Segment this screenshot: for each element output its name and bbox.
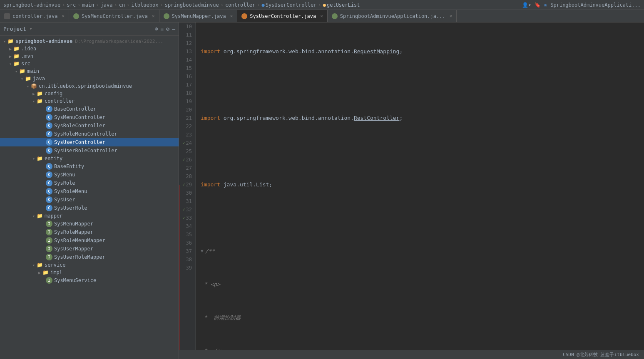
sidebar-tree: ▾ 📁 springboot-adminvue D:\ProgramWorksp… <box>0 36 179 359</box>
tree-java[interactable]: ▾ 📁 java <box>0 75 179 82</box>
breadcrumb-class-icon: ● <box>261 2 264 8</box>
tree-sysmenu[interactable]: C SysMenu <box>0 171 179 179</box>
breadcrumb-actions: 👤▾ 🔖 ⊞ SpringbootAdminvueApplicati... <box>522 2 641 8</box>
tree-base-entity[interactable]: C BaseEntity <box>0 162 179 171</box>
tree-sysuser-mapper[interactable]: I SysUserMapper <box>0 245 179 253</box>
class-icon: C <box>46 114 52 121</box>
tree-label: SysRoleController <box>54 123 105 129</box>
folder-icon: 📁 <box>7 38 14 44</box>
tree-sysrole-mapper[interactable]: I SysRoleMapper <box>0 228 179 236</box>
tree-sysuser[interactable]: C SysUser <box>0 196 179 204</box>
tree-base-controller[interactable]: C BaseController <box>0 105 179 113</box>
tree-sysrole[interactable]: C SysRole <box>0 179 179 187</box>
tree-arrow: ▶ <box>7 47 13 51</box>
tab-springboot-app[interactable]: SpringbootAdminvueApplication.ja... ✕ <box>328 10 457 22</box>
tree-label: SysMenuController <box>54 114 105 120</box>
tree-mvn[interactable]: ▶ 📁 .mvn <box>0 52 179 60</box>
person-icon[interactable]: 👤▾ <box>522 2 531 8</box>
tree-label: SysRoleMenuMapper <box>54 238 105 243</box>
tree-sysmenu-service[interactable]: I SysMenuService <box>0 276 179 285</box>
tab-close[interactable]: ✕ <box>62 13 65 19</box>
tree-arrow: ▾ <box>31 214 37 218</box>
tree-label: SysRole <box>54 180 75 186</box>
tab-label: SysUserController.java <box>250 13 316 19</box>
tree-label: SysUserController <box>54 139 105 145</box>
tree-sysrolemenu-mapper[interactable]: I SysRoleMenuMapper <box>0 236 179 245</box>
code-line-17: * <p> <box>201 280 644 289</box>
tree-main[interactable]: ▾ 📁 main <box>0 67 179 75</box>
tree-label: main <box>27 68 39 74</box>
tree-label: springboot-adminvue <box>15 38 72 44</box>
breadcrumb-item[interactable]: controller <box>225 2 255 8</box>
folder-icon: 📁 <box>37 156 43 161</box>
tree-label: entity <box>45 156 62 161</box>
tree-src[interactable]: ▾ 📁 src <box>0 60 179 67</box>
tree-config[interactable]: ▶ 📁 config <box>0 90 179 97</box>
toolbar-icon-locate[interactable]: ⊕ <box>155 26 158 32</box>
tree-impl-folder[interactable]: ▶ 📁 impl <box>0 269 179 276</box>
tab-icon-sysmenu <box>73 13 79 19</box>
folder-icon: 📁 <box>42 270 49 275</box>
tree-sysmenu-mapper[interactable]: I SysMenuMapper <box>0 220 179 228</box>
bookmark-icon[interactable]: 🔖 <box>535 2 541 8</box>
tab-close[interactable]: ✕ <box>152 13 155 19</box>
breadcrumb-item[interactable]: getUserList <box>327 2 360 8</box>
tree-sysmenu-controller[interactable]: C SysMenuController <box>0 113 179 121</box>
tree-sysrolemenu-controller[interactable]: C SysRoleMenuController <box>0 130 179 138</box>
tree-sysuserrole-mapper[interactable]: I SysUserRoleMapper <box>0 253 179 261</box>
tree-sysrolemenu[interactable]: C SysRoleMenu <box>0 187 179 196</box>
tree-arrow: ▶ <box>37 270 42 275</box>
tab-sysuser-controller[interactable]: SysUserController.java ✕ <box>237 10 328 22</box>
sidebar-toolbar: Project ▾ ⊕ ≡ ⚙ — <box>0 22 179 36</box>
code-line-14: import java.util.List; <box>201 181 644 189</box>
sidebar: Project ▾ ⊕ ≡ ⚙ — ▾ 📁 springboot-adminvu… <box>0 22 179 359</box>
class-icon: C <box>46 205 52 211</box>
breadcrumb-item[interactable]: SysUserController <box>266 2 317 8</box>
breadcrumb-item[interactable]: src <box>67 2 76 8</box>
toolbar-icon-settings[interactable]: ⚙ <box>166 26 169 32</box>
tree-root[interactable]: ▾ 📁 springboot-adminvue D:\ProgramWorksp… <box>0 37 179 45</box>
tree-label: SysUserRoleMapper <box>54 254 105 260</box>
breadcrumb-item[interactable]: java <box>101 2 113 8</box>
tab-close[interactable]: ✕ <box>230 13 233 19</box>
breadcrumb-item[interactable]: itbluebox <box>131 2 158 8</box>
tab-sysmenu-controller[interactable]: SysMenuController.java ✕ <box>69 10 159 22</box>
tree-mapper-folder[interactable]: ▾ 📁 mapper <box>0 212 179 220</box>
toolbar-icon-expand[interactable]: ≡ <box>161 26 164 32</box>
status-text: CSDN @北芳科技-蓝盒子itbluebox <box>563 352 639 358</box>
tree-sysrole-controller[interactable]: C SysRoleController <box>0 121 179 130</box>
interface-icon: I <box>46 237 52 244</box>
tree-service-folder[interactable]: ▾ 📁 service <box>0 261 179 269</box>
tree-package[interactable]: ▾ 📦 cn.itbluebox.springbootadminvue <box>0 82 179 90</box>
tree-arrow: ▾ <box>19 77 25 81</box>
tree-label: .mvn <box>21 53 33 59</box>
folder-icon: 📁 <box>13 53 20 59</box>
sidebar-dropdown[interactable]: ▾ <box>30 26 32 32</box>
class-icon: C <box>46 106 52 112</box>
tab-controller[interactable]: controller.java ✕ <box>0 10 69 22</box>
tab-label: controller.java <box>12 13 57 19</box>
class-icon: C <box>46 139 52 146</box>
tree-label: SysUserRole <box>54 205 87 211</box>
tree-sysuserrole-controller[interactable]: C SysUserRoleController <box>0 146 179 155</box>
breadcrumb-item[interactable]: springbootadminvue <box>165 2 219 8</box>
tree-sysuser-controller[interactable]: C SysUserController <box>0 138 179 146</box>
app-icon[interactable]: ⊞ <box>544 2 547 8</box>
breadcrumb-item[interactable]: cn <box>119 2 125 8</box>
tree-idea[interactable]: ▶ 📁 .idea <box>0 45 179 52</box>
interface-icon: I <box>46 220 52 227</box>
tab-sysmenu-mapper[interactable]: SysMenuMapper.java ✕ <box>159 10 238 22</box>
tree-label: SysRoleMapper <box>54 229 93 235</box>
interface-icon: I <box>46 277 52 284</box>
toolbar-icon-minimize[interactable]: — <box>172 26 175 32</box>
breadcrumb-item[interactable]: springboot-adminvue <box>3 2 60 8</box>
code-content[interactable]: import org.springframework.web.bind.anno… <box>196 22 644 359</box>
breadcrumb-item[interactable]: main <box>82 2 94 8</box>
tab-close[interactable]: ✕ <box>320 13 323 19</box>
interface-icon: I <box>46 254 52 260</box>
tree-controller-folder[interactable]: ▾ 📁 controller <box>0 97 179 105</box>
tree-sysuserrole[interactable]: C SysUserRole <box>0 204 179 212</box>
tree-entity-folder[interactable]: ▾ 📁 entity <box>0 155 179 162</box>
folder-icon: 📁 <box>37 98 43 104</box>
tab-close[interactable]: ✕ <box>450 13 453 19</box>
